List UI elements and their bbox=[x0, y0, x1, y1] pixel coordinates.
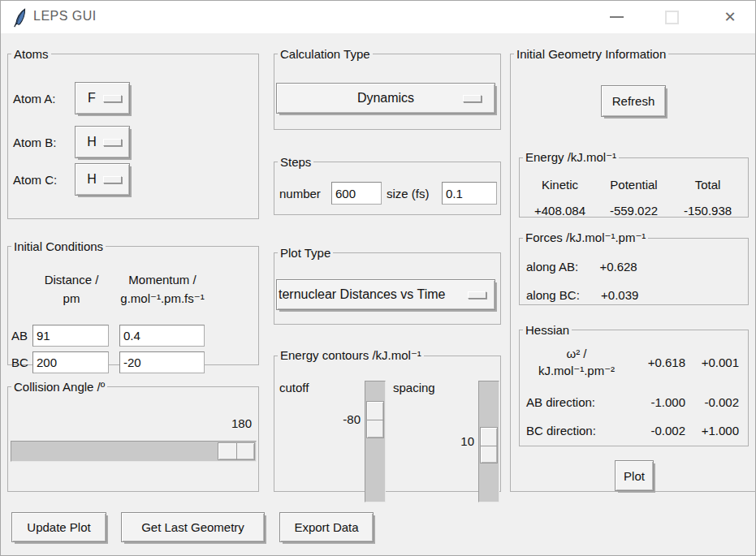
initial-conditions-group: Initial Conditions Distance / pm Momentu… bbox=[7, 239, 259, 365]
force-ab-label: along AB: bbox=[526, 260, 578, 274]
update-plot-button-label: Update Plot bbox=[27, 520, 90, 534]
optionmenu-indicator-icon bbox=[468, 291, 486, 299]
forces-group: Forces /kJ.mol⁻¹.pm⁻¹ along AB: +0.628 a… bbox=[519, 231, 749, 305]
refresh-button-label: Refresh bbox=[612, 94, 655, 108]
energy-header-kinetic: Kinetic bbox=[523, 178, 597, 192]
energy-legend: Energy /kJ.mol⁻¹ bbox=[523, 150, 619, 165]
plot-button[interactable]: Plot bbox=[615, 460, 654, 491]
hessian-value-32: +1.000 bbox=[685, 424, 739, 437]
spacing-slider-thumb[interactable] bbox=[480, 427, 498, 463]
plot-type-legend: Plot Type bbox=[278, 246, 333, 260]
forces-legend: Forces /kJ.mol⁻¹.pm⁻¹ bbox=[523, 231, 648, 245]
optionmenu-indicator-icon bbox=[463, 95, 482, 102]
energy-value-total: -150.938 bbox=[671, 204, 745, 218]
app-window: LEPS GUI ✕ Atoms Atom A: F Atom B: H Ato… bbox=[0, 0, 756, 556]
plot-button-label: Plot bbox=[624, 469, 645, 483]
atom-a-select[interactable]: F bbox=[75, 82, 130, 114]
hessian-value-11: +0.618 bbox=[632, 356, 685, 369]
hessian-group: Hessian ω² / kJ.mol⁻¹.pm⁻² +0.618 +0.001… bbox=[519, 323, 749, 446]
ab-distance-input[interactable] bbox=[32, 325, 109, 347]
cutoff-slider[interactable] bbox=[365, 381, 386, 502]
plot-type-group: Plot Type ternuclear Distances vs Time bbox=[274, 246, 501, 325]
refresh-button[interactable]: Refresh bbox=[601, 85, 666, 117]
atom-c-label: Atom C: bbox=[13, 173, 57, 187]
atom-b-label: Atom B: bbox=[13, 136, 56, 149]
bc-distance-input[interactable] bbox=[32, 351, 109, 373]
hessian-ab-direction-label: AB direction: bbox=[521, 395, 632, 409]
steps-number-input[interactable] bbox=[331, 182, 382, 205]
atom-c-select[interactable]: H bbox=[75, 163, 130, 196]
spacing-value: 10 bbox=[443, 434, 474, 448]
atoms-legend: Atoms bbox=[11, 47, 51, 61]
energy-contours-group: Energy contours /kJ.mol⁻¹ cutoff spacing… bbox=[274, 348, 501, 492]
get-last-geometry-button[interactable]: Get Last Geometry bbox=[121, 512, 265, 542]
energy-contours-legend: Energy contours /kJ.mol⁻¹ bbox=[278, 348, 424, 363]
maximize-button[interactable] bbox=[658, 1, 685, 33]
hessian-legend: Hessian bbox=[523, 323, 572, 337]
maximize-icon bbox=[665, 11, 679, 24]
energy-value-kinetic: +408.084 bbox=[523, 204, 597, 218]
optionmenu-indicator-icon bbox=[103, 139, 122, 146]
hessian-units-label: ω² / kJ.mol⁻¹.pm⁻² bbox=[521, 345, 632, 379]
atoms-group: Atoms Atom A: F Atom B: H Atom C: H bbox=[7, 47, 259, 219]
energy-group: Energy /kJ.mol⁻¹ Kinetic Potential Total… bbox=[519, 150, 749, 218]
atom-a-label: Atom A: bbox=[13, 92, 56, 106]
update-plot-button[interactable]: Update Plot bbox=[11, 512, 106, 542]
steps-number-label: number bbox=[279, 187, 321, 200]
steps-group: Steps number size (fs) bbox=[274, 155, 501, 215]
calculation-type-value: Dynamics bbox=[277, 84, 495, 113]
energy-header-total: Total bbox=[671, 178, 745, 192]
minimize-icon bbox=[610, 16, 624, 18]
hessian-value-21: -1.000 bbox=[632, 395, 685, 409]
optionmenu-indicator-icon bbox=[103, 176, 122, 183]
hessian-value-31: -0.002 bbox=[632, 424, 685, 437]
collision-angle-slider[interactable] bbox=[11, 441, 257, 462]
export-data-button-label: Export Data bbox=[294, 520, 358, 534]
close-button[interactable]: ✕ bbox=[716, 1, 744, 33]
minimize-button[interactable] bbox=[603, 1, 630, 33]
plot-type-select[interactable]: ternuclear Distances vs Time bbox=[276, 279, 495, 310]
initial-conditions-legend: Initial Conditions bbox=[11, 239, 106, 253]
cutoff-label: cutoff bbox=[279, 381, 309, 394]
momentum-header-line1: Momentum / bbox=[114, 273, 211, 287]
distance-header-line2: pm bbox=[28, 291, 115, 305]
steps-size-label: size (fs) bbox=[387, 187, 430, 200]
calculation-type-group: Calculation Type Dynamics bbox=[274, 47, 501, 130]
window-title: LEPS GUI bbox=[33, 9, 97, 24]
ab-row-label: AB bbox=[11, 329, 28, 343]
spacing-slider[interactable] bbox=[478, 381, 499, 502]
titlebar[interactable]: LEPS GUI ✕ bbox=[1, 1, 755, 33]
collision-angle-legend: Collision Angle /º bbox=[11, 380, 107, 394]
momentum-header-line2: g.mol⁻¹.pm.fs⁻¹ bbox=[114, 291, 211, 306]
collision-angle-group: Collision Angle /º 180 bbox=[7, 380, 259, 492]
bc-row-label: BC bbox=[11, 356, 28, 369]
export-data-button[interactable]: Export Data bbox=[279, 512, 374, 542]
geometry-info-group: Initial Geometry Information Refresh Ene… bbox=[510, 47, 756, 492]
hessian-bc-direction-label: BC direction: bbox=[521, 424, 632, 437]
plot-type-value: ternuclear Distances vs Time bbox=[279, 280, 495, 309]
steps-legend: Steps bbox=[278, 155, 313, 169]
hessian-value-12: +0.001 bbox=[685, 356, 739, 369]
force-bc-value: +0.039 bbox=[601, 288, 638, 302]
cutoff-value: -80 bbox=[323, 412, 361, 426]
close-icon: ✕ bbox=[724, 8, 736, 26]
feather-icon bbox=[13, 8, 28, 28]
energy-value-potential: -559.022 bbox=[597, 204, 671, 218]
spacing-label: spacing bbox=[393, 381, 435, 394]
collision-angle-slider-thumb[interactable] bbox=[218, 442, 255, 460]
atom-b-select[interactable]: H bbox=[75, 126, 130, 158]
cutoff-slider-thumb[interactable] bbox=[366, 401, 384, 438]
force-ab-value: +0.628 bbox=[599, 260, 637, 274]
bc-momentum-input[interactable] bbox=[119, 351, 205, 373]
energy-header-potential: Potential bbox=[597, 178, 671, 192]
force-bc-label: along BC: bbox=[526, 288, 580, 302]
calculation-type-select[interactable]: Dynamics bbox=[276, 83, 495, 114]
optionmenu-indicator-icon bbox=[103, 95, 122, 102]
get-last-geometry-button-label: Get Last Geometry bbox=[141, 520, 244, 534]
steps-size-input[interactable] bbox=[442, 182, 497, 205]
geometry-info-legend: Initial Geometry Information bbox=[514, 47, 668, 61]
distance-header-line1: Distance / bbox=[28, 273, 115, 287]
hessian-value-22: -0.002 bbox=[685, 395, 739, 409]
ab-momentum-input[interactable] bbox=[119, 325, 205, 347]
collision-angle-value: 180 bbox=[231, 416, 252, 430]
